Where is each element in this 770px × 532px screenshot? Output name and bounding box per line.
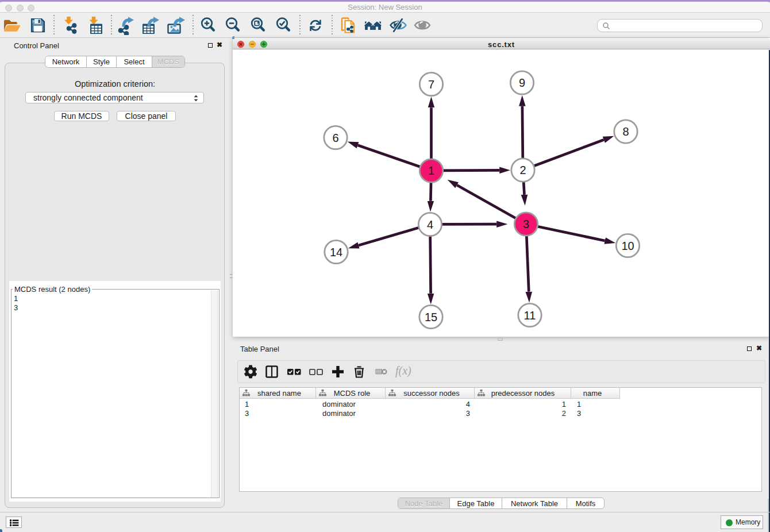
svg-text:15: 15 xyxy=(425,311,437,323)
svg-text:11: 11 xyxy=(524,309,536,322)
svg-text:3: 3 xyxy=(523,218,529,230)
svg-text:4: 4 xyxy=(427,218,433,231)
svg-text:2: 2 xyxy=(519,164,526,176)
svg-text:14: 14 xyxy=(330,246,342,259)
svg-text:7: 7 xyxy=(428,78,434,91)
svg-text:1: 1 xyxy=(428,164,434,177)
svg-text:10: 10 xyxy=(621,240,634,252)
svg-text:8: 8 xyxy=(622,125,629,138)
svg-text:6: 6 xyxy=(332,132,338,144)
svg-text:9: 9 xyxy=(519,76,525,89)
